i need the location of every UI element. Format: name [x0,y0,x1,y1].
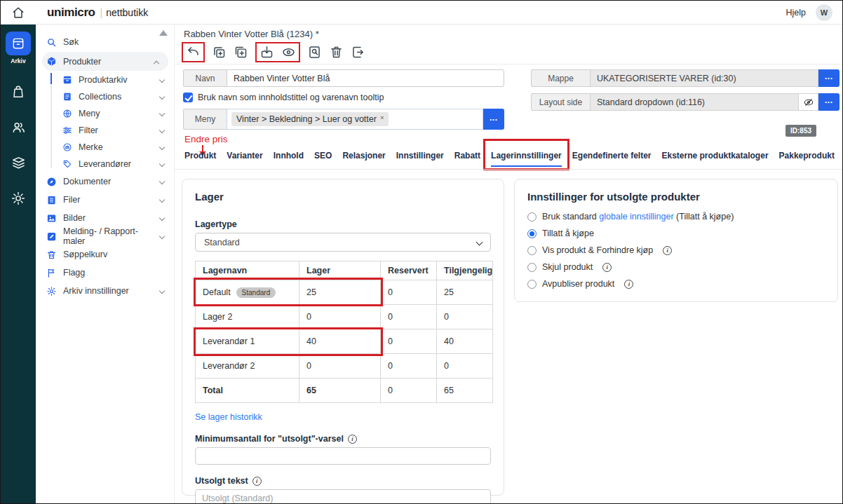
tab-egendefinerte-felter[interactable]: Egendefinerte felter [572,151,652,167]
stock-qty-cell[interactable]: 0 [299,354,381,379]
chevron-down-icon[interactable] [159,288,165,294]
chevron-down-icon[interactable] [159,77,165,83]
info-icon[interactable] [663,246,672,255]
sidebar-item-soppelkurv[interactable]: Søppelkurv [36,245,174,264]
tab-pakkeprodukt[interactable]: Pakkeprodukt [779,151,835,167]
sidebar-item-produkter[interactable]: Produkter [42,52,168,71]
soldout-text-input[interactable] [195,489,491,504]
delete-trash-icon[interactable] [329,45,344,60]
sidebar-item-filer[interactable]: Filer [36,191,174,209]
tab-rabatt[interactable]: Rabatt [454,151,480,167]
chevron-down-icon[interactable] [159,111,165,116]
tab-lagerinnstillinger[interactable]: Lagerinnstillinger [491,151,562,167]
undo-icon[interactable] [186,45,201,60]
sidebar-item-flagg[interactable]: Flagg [36,264,174,282]
radio-allow-purchase[interactable] [527,229,537,238]
stock-qty-cell[interactable]: 0 [299,305,381,329]
tab-innstillinger[interactable]: Innstillinger [396,151,444,167]
info-icon[interactable] [252,477,262,486]
chevron-down-icon[interactable] [159,215,165,221]
layout-more-button[interactable]: ••• [818,93,839,111]
settings-gear-icon[interactable] [11,191,26,206]
radio-unpublish-product[interactable] [527,280,537,289]
tag-remove-icon[interactable]: × [380,114,384,121]
tab-innhold[interactable]: Innhold [274,151,304,167]
total-reserved-cell: 0 [381,379,437,403]
sidebar-item-sok[interactable]: Søk [36,33,174,51]
customers-icon[interactable] [11,119,27,135]
product-archive-icon [62,75,72,85]
sidebar-item-label: Arkiv innstillinger [63,286,129,296]
option-label: Bruk standard globale innstillinger (Til… [542,212,734,222]
available-cell: 0 [437,305,493,329]
sidebar-item-produktarkiv[interactable]: Produktarkiv [36,71,174,88]
chevron-down-icon[interactable] [159,233,165,239]
chevron-down-icon[interactable] [159,197,165,203]
tab-relasjoner[interactable]: Relasjoner [342,151,385,167]
mappe-more-button[interactable]: ••• [818,69,839,87]
lagertype-value: Standard [204,238,240,247]
sidebar-item-collections[interactable]: Collections [36,88,174,105]
lager-card: Lager Lagertype Standard Lagernavn Lager… [182,179,504,496]
tab-seo[interactable]: SEO [314,151,332,167]
cube-icon [46,56,57,67]
name-tooltip-checkbox[interactable] [183,93,193,102]
sidebar-item-dokumenter[interactable]: Dokumenter [36,172,174,191]
stock-qty-cell[interactable]: 25 [299,280,381,305]
copy-add-icon[interactable] [212,45,227,60]
sidebar-item-arkiv-innstillinger[interactable]: Arkiv innstillinger [36,282,174,300]
min-soldout-input[interactable] [195,447,491,465]
search-document-icon[interactable] [307,45,322,60]
product-fields-left: Navn Bruk navn som innholdstittel og var… [183,69,504,130]
eye-off-icon[interactable] [799,93,818,111]
home-icon[interactable] [11,6,25,20]
layers-icon[interactable] [11,155,27,171]
tab-eksterne-produktkataloger[interactable]: Eksterne produktkataloger [662,151,769,167]
sidebar-item-bilder[interactable]: Bilder [36,209,174,227]
chevron-down-icon[interactable] [159,94,165,100]
layout-label: Layout side [531,93,590,111]
sidebar-item-filter[interactable]: Filter [36,122,174,139]
chevron-down-icon[interactable] [159,179,165,184]
chevron-up-icon[interactable] [154,60,159,66]
sidebar-item-merke[interactable]: Merke [36,139,174,156]
global-settings-link[interactable]: globale innstillinger [599,212,673,222]
help-link[interactable]: Hjelp [786,8,807,18]
stock-qty-cell[interactable]: 40 [299,329,381,354]
avatar[interactable]: W [816,4,832,21]
chevron-down-icon[interactable] [159,161,165,167]
tab-produkt[interactable]: Produkt [184,151,216,167]
duplicate-add-icon[interactable] [234,45,248,60]
sidebar-item-meny[interactable]: Meny [36,105,174,122]
stock-history-link[interactable]: Se lager historikk [195,412,262,422]
radio-show-prevent[interactable] [527,246,537,255]
shop-bag-icon[interactable] [11,84,26,100]
chevron-down-icon[interactable] [159,128,165,133]
radio-hide-product[interactable] [527,263,537,272]
meny-field[interactable]: Vinter > Bekledning > Luer og votter × [227,109,483,130]
info-icon[interactable] [624,280,633,289]
navn-input[interactable] [227,69,504,87]
navn-label: Navn [183,69,227,87]
standard-badge: Standard [236,287,276,298]
scroll-up-icon[interactable] [159,30,168,36]
sidebar-item-leverandorer[interactable]: Leverandører [36,156,174,172]
chevron-down-icon[interactable] [159,144,165,150]
option-label: Tillatt å kjøpe [542,229,594,238]
import-download-icon[interactable] [259,45,274,60]
toolbar [182,42,365,62]
sidebar-item-meldingsmaler[interactable]: Melding- / Rapport-maler [36,227,174,245]
supplier-tag-icon [62,159,72,169]
info-icon[interactable] [348,435,357,444]
info-icon[interactable] [602,263,612,272]
min-soldout-label: Minimumsantall for "utsolgt"-varsel [195,434,491,444]
tab-bar: Produkt Varianter Innhold SEO Relasjoner… [184,151,838,167]
lagertype-select[interactable]: Standard [195,233,491,252]
meny-more-button[interactable]: ••• [483,109,504,130]
radio-global-settings[interactable] [527,212,537,222]
tab-varianter[interactable]: Varianter [227,151,262,167]
export-document-icon[interactable] [351,45,365,60]
rail-item-arkiv[interactable]: Arkiv [6,32,31,64]
preview-eye-icon[interactable] [281,45,296,60]
brand-badge-icon [62,142,72,152]
